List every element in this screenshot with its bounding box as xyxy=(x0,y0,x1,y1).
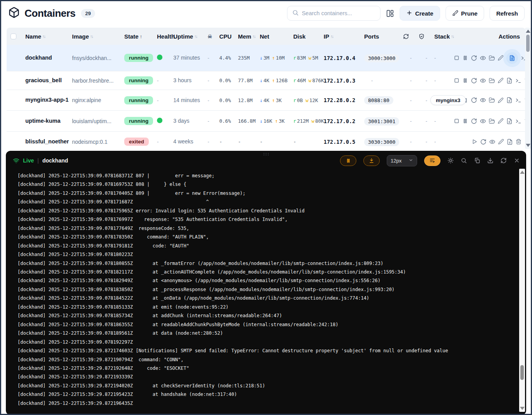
restart-button[interactable] xyxy=(471,97,477,103)
net-cell: ↓4K↑126B xyxy=(260,78,293,83)
table-row[interactable]: uptime-kuma louislam/uptim... running 3 … xyxy=(7,111,525,132)
copy-logs-button[interactable] xyxy=(474,157,480,164)
pause-button[interactable] xyxy=(462,118,468,124)
page-title: Containers xyxy=(25,7,76,19)
restart-button[interactable] xyxy=(471,55,477,61)
panel-drag-handle[interactable] xyxy=(263,152,269,156)
files-button[interactable] xyxy=(489,118,495,124)
files-button[interactable] xyxy=(489,55,495,61)
header-actions: Actions xyxy=(454,33,525,40)
pause-logs-button[interactable] xyxy=(340,155,356,166)
table-row[interactable]: dockhand fnsys/dockhan... running 37 min… xyxy=(7,45,525,71)
uptime: 3 days xyxy=(173,117,208,125)
terminal-button[interactable] xyxy=(515,78,521,84)
files-button[interactable] xyxy=(489,78,495,84)
container-image: nginx:alpine xyxy=(72,97,124,103)
log-line: [dockhand] 2025-12-22T15:39:29.872174603… xyxy=(18,346,516,355)
inspect-button[interactable] xyxy=(480,78,486,84)
health-dot xyxy=(157,55,162,60)
inspect-button[interactable] xyxy=(489,139,495,145)
scrollbar-thumb[interactable] xyxy=(520,365,524,380)
close-panel-button[interactable] xyxy=(514,157,520,164)
inspect-button[interactable] xyxy=(480,118,486,124)
edit-button[interactable] xyxy=(498,55,504,61)
disk-read-icon: r xyxy=(293,55,296,61)
restart-button[interactable] xyxy=(471,118,477,124)
stop-button[interactable] xyxy=(454,55,460,61)
inspect-button[interactable] xyxy=(480,55,486,61)
files-button[interactable] xyxy=(489,97,495,103)
mem-value: 77.8M xyxy=(238,78,260,83)
search-input[interactable] xyxy=(302,10,375,16)
log-line: [dockhand] 2025-12-22T15:39:09.078182117… xyxy=(18,268,516,276)
header-mem[interactable]: Mem↑↓ xyxy=(238,33,260,40)
logs-button[interactable] xyxy=(507,139,513,145)
live-wifi-icon xyxy=(13,157,19,164)
edit-button[interactable] xyxy=(498,97,504,103)
header-uptime[interactable]: Uptime↑↓ xyxy=(173,33,208,40)
divider: | xyxy=(37,157,39,164)
header-net: Net xyxy=(260,33,293,40)
layout-columns-button[interactable] xyxy=(386,9,394,18)
start-button[interactable] xyxy=(472,139,477,145)
log-container-name: dockhand xyxy=(42,157,68,164)
table-scrollbar[interactable] xyxy=(525,28,531,149)
disk-read-icon: r xyxy=(293,97,296,103)
wrap-lines-button[interactable] xyxy=(424,155,440,166)
table-row[interactable]: blissful_noether nodeismcp:0.1 exited - … xyxy=(7,132,525,149)
scroll-up-arrow[interactable] xyxy=(520,171,525,174)
prune-button[interactable]: Prune xyxy=(446,6,484,21)
search-logs-button[interactable] xyxy=(461,157,467,164)
pause-button[interactable] xyxy=(462,55,468,61)
sort-icon: ↑↓ xyxy=(42,34,45,39)
restart-button[interactable] xyxy=(471,78,477,84)
header-state[interactable]: State↑ xyxy=(124,33,157,40)
logs-button[interactable] xyxy=(506,52,518,64)
header-ip[interactable]: IP↑↓ xyxy=(324,33,364,40)
inspect-button[interactable] xyxy=(480,97,486,103)
log-line: [dockhand] 2025-12-22T15:39:09.078175965… xyxy=(18,207,516,215)
terminal-button[interactable] xyxy=(515,97,521,103)
log-scrollbar[interactable] xyxy=(519,169,525,412)
logs-button[interactable] xyxy=(506,97,513,103)
logs-button[interactable] xyxy=(506,78,513,84)
download-logs-button[interactable] xyxy=(487,157,493,164)
terminal-button[interactable] xyxy=(515,118,521,124)
edit-button[interactable] xyxy=(498,118,504,124)
disk-write-icon: w xyxy=(308,55,312,61)
reload-logs-button[interactable] xyxy=(500,157,507,164)
restart-button[interactable] xyxy=(480,139,486,145)
stack-badge[interactable]: mynginx3 xyxy=(430,95,466,105)
edit-button[interactable] xyxy=(498,78,504,83)
pause-button[interactable] xyxy=(462,78,468,83)
table-row[interactable]: gracious_bell harbor.freshbre... running… xyxy=(7,71,525,90)
font-size-select[interactable]: 12px xyxy=(387,155,417,166)
scroll-down-arrow[interactable] xyxy=(526,144,530,147)
cpu-value: 0.0% xyxy=(219,78,238,83)
cpu-value: 4.4% xyxy=(219,55,238,61)
refresh-button[interactable]: Refresh xyxy=(490,6,525,21)
delete-button[interactable] xyxy=(516,139,521,145)
mem-value: 235M xyxy=(238,55,260,61)
edit-button[interactable] xyxy=(498,139,504,145)
ip-address: 172.17.0.2 xyxy=(324,118,364,124)
header-image[interactable]: Image↑↓ xyxy=(72,33,124,40)
header-name[interactable]: Name↑↓ xyxy=(25,33,72,40)
scrollbar-thumb[interactable] xyxy=(526,35,530,52)
scroll-down-arrow[interactable] xyxy=(520,407,525,410)
log-line: [dockhand] 2025-12-22T15:39:09.078192297… xyxy=(18,338,516,346)
scroll-up-arrow[interactable] xyxy=(526,30,530,33)
container-image: nodeismcp:0.1 xyxy=(72,139,124,145)
stop-button[interactable] xyxy=(454,78,460,83)
stop-button[interactable] xyxy=(454,118,460,124)
logs-button[interactable] xyxy=(506,118,513,124)
header-stack[interactable]: Stack↑↓ xyxy=(434,33,454,40)
create-button[interactable]: Create xyxy=(400,6,440,21)
log-line: [dockhand] 2025-12-22T15:39:09.078168371… xyxy=(18,171,516,180)
theme-brightness-button[interactable] xyxy=(447,157,454,164)
scroll-to-bottom-button[interactable] xyxy=(363,155,380,166)
state-badge: running xyxy=(124,96,153,104)
select-all-checkbox[interactable] xyxy=(7,34,25,39)
table-row[interactable]: mynginx3-app-1 nginx:alpine running - 14… xyxy=(7,90,525,111)
mem-value: 166.8M xyxy=(238,118,260,124)
